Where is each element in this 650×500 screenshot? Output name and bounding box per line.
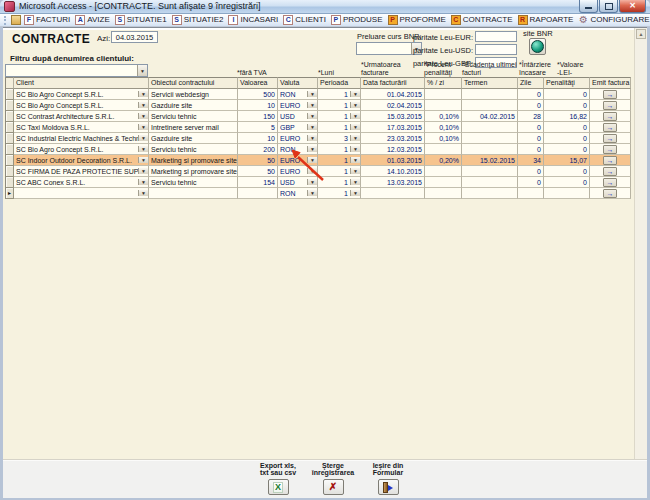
minimize-button[interactable] (579, 0, 598, 13)
cell-procent[interactable] (425, 166, 462, 177)
cell-client[interactable]: SC Indoor Outdoor Decoration S.R.L.▼ (14, 155, 149, 166)
emit-factura-button[interactable]: → (603, 90, 617, 99)
scroll-up-arrow-icon[interactable]: ▲ (636, 29, 646, 39)
cell-data_facturarii[interactable]: 23.03.2015 (361, 133, 425, 144)
cell-termen[interactable] (462, 100, 518, 111)
combo-dropdown-button[interactable]: ▼ (350, 168, 360, 174)
combo-dropdown-button[interactable]: ▼ (307, 135, 317, 141)
combo-dropdown-button[interactable]: ▼ (138, 146, 148, 152)
cell-client[interactable]: SC Bio Agro Concept S.R.L.▼ (14, 100, 149, 111)
cell-client[interactable]: SC Industrial Electric Machines & Techno… (14, 133, 149, 144)
paritate-usd-field[interactable] (475, 44, 517, 55)
emit-factura-button[interactable]: → (603, 123, 617, 132)
cell-data_facturarii[interactable]: 01.03.2015 (361, 155, 425, 166)
cell-perioada[interactable]: 1▼ (318, 122, 361, 133)
emit-factura-button[interactable]: → (603, 167, 617, 176)
menu-item-facturi[interactable]: FFACTURI (24, 15, 70, 25)
emit-factura-button[interactable]: → (603, 112, 617, 121)
cell-perioada[interactable]: 1▼ (318, 177, 361, 188)
record-selector[interactable] (6, 111, 14, 122)
cell-valoare[interactable]: 154 (238, 177, 278, 188)
cell-obiect[interactable]: Gazduire site (149, 133, 238, 144)
form-icon[interactable] (11, 15, 21, 25)
cell-termen[interactable] (462, 188, 518, 199)
cell-penalitati[interactable]: 0 (544, 166, 590, 177)
cell-penalitati[interactable]: 0 (544, 144, 590, 155)
cell-valuta[interactable]: USD▼ (278, 177, 318, 188)
cell-valuta[interactable]: EURO▼ (278, 133, 318, 144)
cell-valuta[interactable]: USD▼ (278, 111, 318, 122)
combo-dropdown-button[interactable]: ▼ (138, 179, 148, 185)
record-selector[interactable] (6, 100, 14, 111)
cell-valuta[interactable]: EURO▼ (278, 155, 318, 166)
cell-data_facturarii[interactable]: 14.10.2015 (361, 166, 425, 177)
cell-obiect[interactable]: Serviciu tehnic (149, 177, 238, 188)
cell-termen[interactable] (462, 166, 518, 177)
combo-dropdown-button[interactable]: ▼ (138, 124, 148, 130)
excel-export-button[interactable]: X (268, 479, 289, 495)
combo-dropdown-button[interactable]: ▼ (350, 113, 360, 119)
cell-zile[interactable] (518, 188, 544, 199)
menu-item-avize[interactable]: AAVIZE (75, 15, 110, 25)
cell-procent[interactable]: 0,10% (425, 122, 462, 133)
cell-client[interactable]: SC FIRMA DE PAZA PROTECTIE SUPRAVEGH▼ (14, 166, 149, 177)
cell-perioada[interactable]: 1▼ (318, 111, 361, 122)
emit-factura-button[interactable]: → (603, 134, 617, 143)
cell-valuta[interactable]: EURO▼ (278, 100, 318, 111)
menu-item-contracte[interactable]: CCONTRACTE (451, 15, 513, 25)
cell-termen[interactable] (462, 144, 518, 155)
cell-obiect[interactable]: Marketing si promovare site (149, 166, 238, 177)
cell-valuta[interactable]: RON▼ (278, 144, 318, 155)
cell-obiect[interactable]: Serviciu tehnic (149, 144, 238, 155)
combo-dropdown-button[interactable]: ▼ (350, 91, 360, 97)
record-selector[interactable] (6, 155, 14, 166)
cell-data_facturarii[interactable]: 13.03.2015 (361, 177, 425, 188)
emit-factura-button[interactable]: → (603, 101, 617, 110)
restore-button[interactable] (599, 0, 618, 13)
cell-obiect[interactable]: Marketing si promovare site (149, 155, 238, 166)
emit-factura-button[interactable]: → (603, 145, 617, 154)
cell-data_facturarii[interactable]: 17.03.2015 (361, 122, 425, 133)
cell-procent[interactable] (425, 100, 462, 111)
cell-perioada[interactable]: 1▼ (318, 155, 361, 166)
combo-dropdown-button[interactable]: ▼ (307, 190, 317, 196)
cell-data_facturarii[interactable]: 12.03.2015 (361, 144, 425, 155)
azi-date-field[interactable]: 04.03.2015 (111, 31, 158, 43)
cell-client[interactable]: SC ABC Conex S.R.L.▼ (14, 177, 149, 188)
record-selector[interactable] (6, 89, 14, 100)
cell-zile[interactable]: 0 (518, 166, 544, 177)
cell-obiect[interactable]: Gazduire site (149, 100, 238, 111)
cell-client[interactable]: SC Contrast Architecture S.R.L.▼ (14, 111, 149, 122)
cell-obiect[interactable]: Servicii webdesign (149, 89, 238, 100)
cell-zile[interactable]: 0 (518, 100, 544, 111)
cell-valuta[interactable]: GBP▼ (278, 122, 318, 133)
cell-penalitati[interactable]: 0 (544, 177, 590, 188)
cell-client[interactable]: SC Taxi Moldova S.R.L.▼ (14, 122, 149, 133)
cell-obiect[interactable]: Intretinere server mail (149, 122, 238, 133)
cell-penalitati[interactable]: 0 (544, 89, 590, 100)
cell-procent[interactable]: 0,10% (425, 111, 462, 122)
cell-procent[interactable]: 0,20% (425, 155, 462, 166)
combo-dropdown-button[interactable]: ▼ (307, 146, 317, 152)
cell-data_facturarii[interactable]: 15.03.2015 (361, 111, 425, 122)
cell-valoare[interactable]: 200 (238, 144, 278, 155)
cell-zile[interactable]: 0 (518, 144, 544, 155)
combo-dropdown-button[interactable]: ▼ (138, 91, 148, 97)
combo-dropdown-button[interactable]: ▼ (138, 190, 148, 196)
cell-data_facturarii[interactable]: 01.04.2015 (361, 89, 425, 100)
cell-valoare[interactable]: 50 (238, 155, 278, 166)
combo-dropdown-button[interactable]: ▼ (350, 135, 360, 141)
cell-termen[interactable]: 15.02.2015 (462, 155, 518, 166)
cell-valuta[interactable]: EURO▼ (278, 166, 318, 177)
exit-form-button[interactable] (378, 479, 399, 495)
combo-dropdown-button[interactable]: ▼ (307, 179, 317, 185)
cell-perioada[interactable]: 3▼ (318, 133, 361, 144)
cell-client[interactable]: ▼ (14, 188, 149, 199)
combo-dropdown-button[interactable]: ▼ (138, 102, 148, 108)
cell-perioada[interactable]: 1▼ (318, 166, 361, 177)
cell-zile[interactable]: 0 (518, 89, 544, 100)
menu-item-situatie1[interactable]: SSITUATIE1 (115, 15, 167, 25)
cell-penalitati[interactable]: 0 (544, 133, 590, 144)
cell-valuta[interactable]: RON▼ (278, 89, 318, 100)
combo-dropdown-button[interactable]: ▼ (350, 124, 360, 130)
